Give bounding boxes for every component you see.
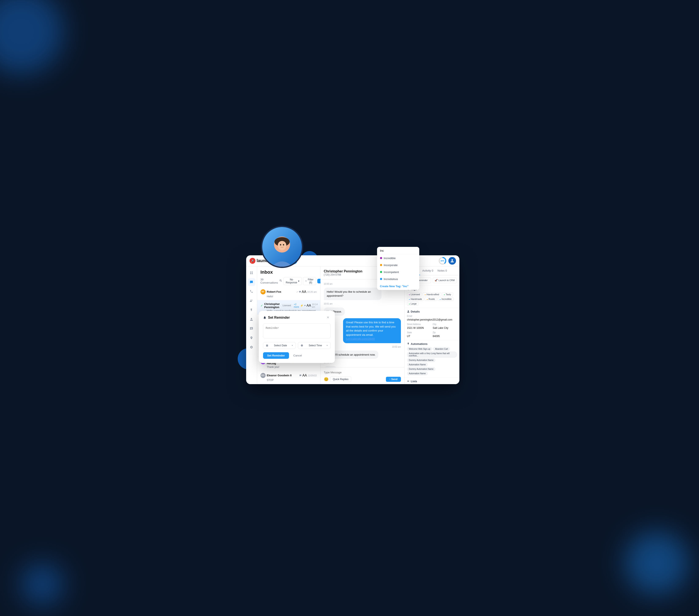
tag-rustic[interactable]: Rustic [425, 297, 437, 301]
svg-rect-11 [252, 273, 253, 274]
conv-name: Eleanor Goodwin II [267, 374, 292, 377]
lists-section: Lists The Football Is Good For Training … [405, 377, 459, 384]
tag-handmade[interactable]: Handmade [407, 297, 424, 301]
cancel-reminder-button[interactable]: Cancel [291, 352, 304, 359]
date-select[interactable]: Select Date ▾ [263, 342, 296, 349]
tag-incredible[interactable]: Incredible [438, 297, 454, 301]
message-incoming: Hello! Would you like to schedule an app… [324, 288, 382, 300]
chat-message-input[interactable] [324, 369, 401, 375]
bg-decoration-2 [625, 532, 688, 595]
conversation-item[interactable]: EG Eleanor Goodwin II AA 12/20/22 STOP [257, 371, 320, 384]
emoji-button[interactable]: 😊 [324, 377, 329, 382]
chat-input-area: 😊 Quick Replies ↑ Send [320, 367, 404, 384]
tag-option-incorporate[interactable]: Incorporate [377, 262, 419, 268]
svg-point-3 [278, 241, 286, 249]
detail-email: Email christopher.pennington2012@gmail.c… [407, 315, 457, 322]
tag-color-dot [380, 278, 382, 280]
tab-notes[interactable]: Notes 0 [435, 266, 449, 275]
sidebar [246, 266, 257, 384]
send-button[interactable]: ↑ Send [386, 377, 401, 382]
conv-avatar: RF [261, 289, 266, 294]
tab-activity[interactable]: Activity 0 [420, 266, 435, 275]
message-outgoing: Great! Please use this link to find a ti… [343, 318, 401, 343]
lists-title: Lists [407, 380, 457, 383]
conversation-count: 39 Conversations [261, 278, 278, 284]
progress-indicator[interactable]: 40% [439, 257, 446, 265]
automation-tag[interactable]: Automation Name [407, 372, 428, 375]
tag-search-input[interactable] [377, 247, 419, 255]
automations-title: Automations [407, 342, 457, 345]
svg-rect-9 [252, 272, 253, 273]
automation-tag[interactable]: Automation with a Very Long Name that wi… [407, 352, 457, 357]
detail-state: State UT [407, 331, 431, 338]
sidebar-item-location[interactable] [248, 334, 255, 342]
conversation-item[interactable]: CD Conrad Dickl Licensed Handcrafted Tas… [257, 384, 320, 384]
set-reminder-confirm-button[interactable]: Set Reminder [263, 352, 289, 359]
automation-tag[interactable]: Welcome Web Sign-up [407, 347, 432, 351]
sidebar-item-phone[interactable] [248, 288, 255, 295]
create-new-tag-button[interactable]: Create New Tag: "Inc" [377, 283, 419, 290]
search-button[interactable] [279, 278, 282, 284]
user-avatar-button[interactable] [448, 257, 456, 265]
conv-time: 10:26 am [307, 291, 317, 293]
bg-decoration-3 [21, 563, 63, 605]
tag-option-incredulous[interactable]: Incredulous [377, 276, 419, 283]
tag-handcrafted[interactable]: Handcrafted [423, 292, 441, 296]
sidebar-item-lightning[interactable] [248, 306, 255, 314]
automations-section: Automations Welcome Web Sign-up Abandon … [405, 340, 459, 377]
tag-option-incredible[interactable]: Incredible [377, 255, 419, 262]
conv-preview: Hello! [267, 295, 317, 298]
sidebar-item-contacts[interactable] [248, 297, 255, 304]
reminder-text-input[interactable] [263, 324, 331, 338]
tags-list: Licensed Handcrafted Tasty Handmade Rust… [407, 292, 457, 305]
conv-time: 10:14 am [312, 303, 318, 308]
sidebar-item-grid[interactable] [248, 269, 255, 277]
logo-icon: 🚀 [250, 258, 255, 264]
sidebar-item-settings[interactable] [248, 343, 255, 351]
conv-tag: Licensed [281, 304, 292, 307]
automation-tags-list: Welcome Web Sign-up Abandon Cart Automat… [407, 347, 457, 375]
modal-title: Set Reminder [263, 316, 290, 319]
more-options-icon[interactable]: ⋮ [319, 304, 320, 307]
conv-icons: AA [296, 290, 306, 294]
quick-replies-button[interactable]: Quick Replies [330, 377, 351, 382]
contact-details-section: Details Email christopher.pennington2012… [405, 308, 459, 340]
conv-preview: STOP [267, 379, 317, 382]
automation-tag[interactable]: Dummy Automation Name [407, 367, 436, 371]
message-link[interactable]: [url=calendly.com/2849] [346, 337, 375, 340]
tag-large[interactable]: Large [407, 302, 419, 305]
inbox-controls: 39 Conversations No Response ▾ Filter (6… [261, 277, 317, 285]
automation-tag[interactable]: Abandon Cart [433, 347, 450, 351]
tag-dropdown: Incredible Incorporate Incompetent Incre… [377, 247, 419, 290]
conv-preview: Thank you! [267, 366, 317, 368]
sidebar-item-person[interactable] [248, 315, 255, 323]
modal-actions: Set Reminder Cancel [263, 352, 331, 359]
top-bar-right: 40% [439, 257, 456, 265]
time-select[interactable]: Select Time ▾ [298, 342, 331, 349]
sidebar-item-chat[interactable] [248, 278, 255, 286]
conversation-item[interactable]: RF Robert Fox AA 10:26 am [257, 287, 320, 300]
tag-option-incompetent[interactable]: Incompetent [377, 268, 419, 276]
tag-licensed[interactable]: Licensed [407, 292, 422, 296]
filter-count-button[interactable]: Filter (6) [303, 277, 316, 285]
modal-close-button[interactable]: × [326, 315, 331, 320]
svg-point-5 [283, 244, 284, 245]
conv-avatar: EG [261, 373, 266, 378]
contact-details-grid: Email christopher.pennington2012@gmail.c… [407, 315, 457, 338]
chat-input-controls: 😊 Quick Replies ↑ Send [324, 377, 401, 382]
avatar [261, 226, 303, 268]
scene-container: 🚀 launch ! 1 40% [234, 226, 466, 391]
svg-rect-8 [250, 272, 251, 273]
automation-tag[interactable]: Automation Name [407, 363, 428, 366]
detail-zip: Zip 84095 [433, 331, 457, 338]
msg-timestamp: 10:02 am [324, 346, 401, 348]
verified-icon: ✓ [261, 304, 263, 307]
automation-tag[interactable]: Dummy Automation Name [407, 358, 436, 362]
contact-details-title: Details [407, 310, 457, 313]
filter-dropdown[interactable]: No Response ▾ [283, 277, 302, 285]
time-select-chevron: ▾ [327, 344, 328, 346]
sidebar-item-message-bubble[interactable] [248, 325, 255, 332]
launch-crm-button[interactable]: 🚀 Launch to CRM [433, 277, 457, 283]
tag-tasty[interactable]: Tasty [442, 292, 453, 296]
inbox-header: Inbox 39 Conversations No Response ▾ Fil [257, 266, 320, 287]
